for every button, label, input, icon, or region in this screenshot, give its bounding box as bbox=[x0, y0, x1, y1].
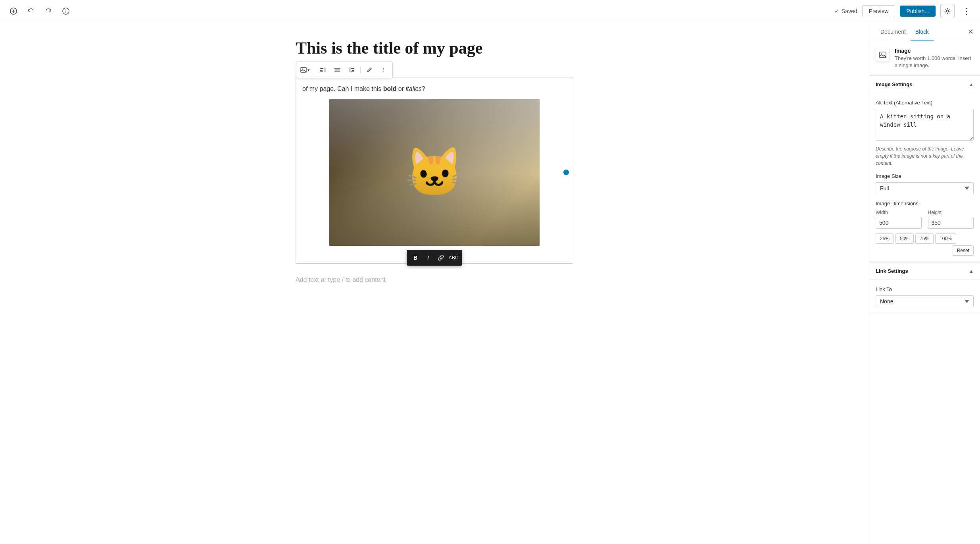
reset-dimensions-button[interactable]: Reset bbox=[953, 245, 974, 256]
preview-button[interactable]: Preview bbox=[862, 5, 895, 17]
italic-text: italics bbox=[406, 85, 422, 92]
image-size-select[interactable]: Full Thumbnail Medium Large bbox=[876, 182, 974, 194]
width-label: Width bbox=[876, 210, 922, 215]
align-right-btn[interactable] bbox=[345, 64, 358, 76]
svg-rect-15 bbox=[340, 68, 340, 72]
height-input[interactable] bbox=[928, 217, 974, 229]
bold-button[interactable]: B bbox=[410, 252, 421, 263]
svg-point-6 bbox=[947, 10, 949, 12]
sidebar: Document Block ✕ Image They're worth 1,0… bbox=[869, 22, 980, 544]
undo-button[interactable] bbox=[24, 4, 38, 18]
main-layout: This is the title of my page ▾ bbox=[0, 22, 980, 544]
topbar-right: ✓ Saved Preview Publish... ⋮ bbox=[834, 4, 974, 18]
50-percent-button[interactable]: 50% bbox=[895, 233, 914, 244]
svg-rect-12 bbox=[324, 68, 326, 72]
height-label: Height bbox=[928, 210, 974, 215]
info-button[interactable] bbox=[59, 4, 73, 18]
align-left-btn[interactable] bbox=[317, 64, 329, 76]
image-block-wrapper: ▾ bbox=[296, 77, 573, 264]
alt-text-input[interactable]: A kitten sitting on a window sill bbox=[876, 109, 974, 141]
svg-rect-22 bbox=[880, 52, 886, 58]
image-settings-header[interactable]: Image Settings ▲ bbox=[869, 76, 980, 93]
saved-status: ✓ Saved bbox=[834, 8, 857, 14]
width-group: Width bbox=[876, 210, 922, 229]
svg-point-8 bbox=[302, 69, 303, 69]
dimensions-row: Width Height bbox=[876, 210, 974, 229]
link-settings-title: Link Settings bbox=[876, 268, 908, 274]
image-resize-handle[interactable] bbox=[563, 170, 569, 175]
svg-rect-10 bbox=[320, 70, 323, 71]
more-options-button[interactable]: ⋮ bbox=[959, 4, 974, 18]
redo-button[interactable] bbox=[41, 4, 56, 18]
topbar-left bbox=[6, 4, 73, 18]
link-to-label: Link To bbox=[876, 286, 974, 292]
block-name: Image bbox=[895, 48, 974, 54]
block-type-icon bbox=[876, 48, 890, 62]
svg-point-23 bbox=[881, 54, 882, 55]
image-settings-content: Alt Text (Alternative Text) A kitten sit… bbox=[869, 93, 980, 262]
link-settings-content: Link To None Media File Attachment Page … bbox=[869, 280, 980, 314]
align-center-btn[interactable] bbox=[331, 64, 344, 76]
link-button[interactable] bbox=[435, 252, 446, 263]
image-settings-title: Image Settings bbox=[876, 81, 912, 87]
sidebar-close-button[interactable]: ✕ bbox=[964, 25, 977, 38]
25-percent-button[interactable]: 25% bbox=[876, 233, 894, 244]
block-tab[interactable]: Block bbox=[911, 22, 934, 41]
75-percent-button[interactable]: 75% bbox=[915, 233, 934, 244]
svg-rect-20 bbox=[351, 71, 354, 72]
svg-rect-11 bbox=[320, 71, 323, 72]
height-group: Height bbox=[928, 210, 974, 229]
svg-rect-18 bbox=[351, 68, 354, 69]
image-settings-chevron: ▲ bbox=[969, 82, 974, 87]
toolbar-divider-1 bbox=[314, 66, 314, 74]
inline-formatting-toolbar: B I ABC bbox=[407, 250, 462, 266]
add-block-button[interactable] bbox=[6, 4, 21, 18]
para-middle: or bbox=[396, 85, 405, 92]
strikethrough-button[interactable]: ABC bbox=[448, 252, 459, 263]
alt-text-hint: Describe the purpose of the image. Leave… bbox=[876, 145, 974, 167]
check-icon: ✓ bbox=[834, 8, 839, 14]
paragraph-text[interactable]: of my page. Can I make this bold or ital… bbox=[302, 84, 567, 94]
saved-text: Saved bbox=[842, 8, 857, 14]
editor-content: This is the title of my page ▾ bbox=[288, 38, 581, 290]
100-percent-button[interactable]: 100% bbox=[935, 233, 956, 244]
svg-rect-14 bbox=[334, 68, 335, 72]
image-icon-btn[interactable]: ▾ bbox=[299, 64, 311, 76]
svg-rect-13 bbox=[335, 68, 340, 72]
document-tab[interactable]: Document bbox=[876, 22, 911, 41]
para-start: of my page. Can I make this bbox=[302, 85, 383, 92]
more-block-options-btn[interactable]: ⋮ bbox=[377, 64, 390, 76]
image-dimensions-label: Image Dimensions bbox=[876, 201, 974, 206]
bold-text: bold bbox=[383, 85, 397, 92]
image-block[interactable]: B I ABC bbox=[302, 99, 567, 246]
italic-button[interactable]: I bbox=[423, 252, 434, 263]
publish-button[interactable]: Publish... bbox=[900, 6, 936, 17]
link-settings-header[interactable]: Link Settings ▲ bbox=[869, 262, 980, 280]
percent-buttons-row: 25% 50% 75% 100% Reset bbox=[876, 233, 974, 256]
svg-rect-21 bbox=[349, 68, 351, 72]
editor-area: This is the title of my page ▾ bbox=[0, 22, 869, 544]
edit-image-btn[interactable] bbox=[363, 64, 376, 76]
topbar: ✓ Saved Preview Publish... ⋮ bbox=[0, 0, 980, 22]
settings-button[interactable] bbox=[940, 4, 955, 18]
block-info: Image They're worth 1,000 words! Insert … bbox=[869, 41, 980, 76]
svg-point-5 bbox=[65, 9, 66, 10]
link-to-select[interactable]: None Media File Attachment Page Custom U… bbox=[876, 295, 974, 307]
block-info-text: Image They're worth 1,000 words! Insert … bbox=[895, 48, 974, 69]
sidebar-tabs: Document Block ✕ bbox=[869, 22, 980, 41]
width-input[interactable] bbox=[876, 217, 922, 229]
alt-text-label: Alt Text (Alternative Text) bbox=[876, 100, 974, 106]
block-toolbar: ▾ bbox=[296, 62, 393, 78]
block-description: They're worth 1,000 words! Insert a sing… bbox=[895, 55, 974, 69]
link-settings-chevron: ▲ bbox=[969, 268, 974, 274]
toolbar-divider-2 bbox=[360, 66, 361, 74]
add-block-hint[interactable]: Add text or type / to add content bbox=[296, 270, 573, 290]
svg-rect-19 bbox=[352, 70, 354, 71]
image-size-label: Image Size bbox=[876, 173, 974, 179]
kitten-image bbox=[329, 99, 540, 246]
page-title[interactable]: This is the title of my page bbox=[296, 38, 573, 58]
svg-rect-9 bbox=[320, 68, 323, 69]
para-end: ? bbox=[422, 85, 425, 92]
